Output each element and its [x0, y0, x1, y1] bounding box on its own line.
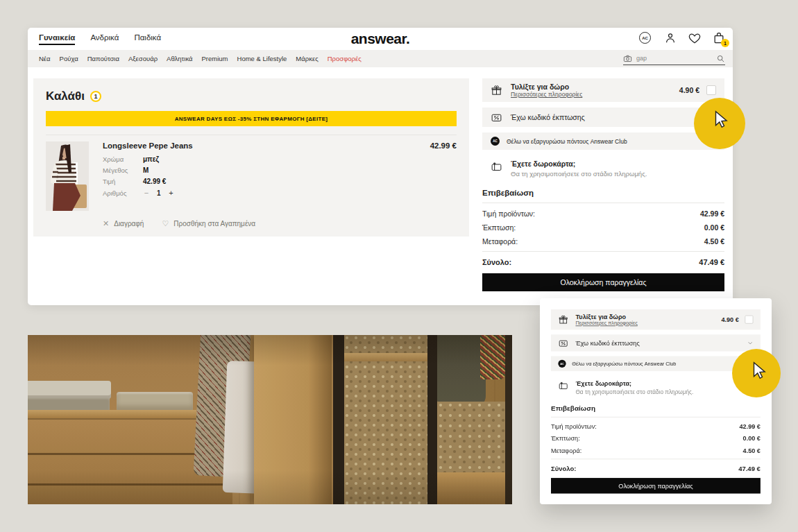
gift-wrap-text: Τυλίξτε για δώρο Περισσότερες πληροφορίε… [575, 313, 637, 326]
qty-minus-button[interactable]: − [143, 189, 150, 197]
answear-logo[interactable]: answear. [351, 31, 410, 47]
cart-count-badge: 1 [721, 39, 729, 47]
cursor-highlight [732, 349, 781, 397]
cat-premium[interactable]: Premium [202, 55, 228, 62]
divider [482, 251, 724, 252]
item-actions: ✕ Διαγραφή ♡ Προσθήκη στα Αγαπημένα [103, 219, 457, 228]
line-item-price: 42.99 € [430, 141, 457, 211]
total-row: Σύνολο: 47.49 € [551, 465, 761, 472]
summary-row-products: Τιμή προϊόντων: 42.99 € [482, 209, 724, 218]
total-label: Σύνολο: [551, 465, 577, 472]
gift-wrap-more-info-link[interactable]: Περισσότερες πληροφορίες [511, 91, 582, 98]
promo-banner[interactable]: ANSWEAR DAYS ΕΩΣ -35% ΣΤΗΝ ΕΦΑΡΜΟΓΗ [ΔΕΙ… [46, 111, 457, 126]
chevron-down-icon[interactable] [747, 340, 754, 346]
summary-row-discount: Έκπτωση: 0.00 € [482, 223, 724, 232]
close-icon: ✕ [103, 219, 109, 228]
total-value: 47.49 € [738, 465, 761, 472]
gift-wrap-row[interactable]: Τυλίξτε για δώρο Περισσότερες πληροφορίε… [551, 309, 761, 329]
spec-value: μπεζ [143, 155, 159, 163]
cart-icon[interactable]: 1 [712, 31, 726, 45]
spec-value: 42.99 € [143, 178, 166, 185]
cat-new[interactable]: Νέα [39, 55, 51, 62]
cat-shoes[interactable]: Παπούτσια [87, 55, 119, 62]
camera-icon[interactable] [623, 54, 632, 63]
discount-code-row[interactable]: Έχω κωδικό έκπτωσης [482, 108, 724, 127]
cart-panel: Καλάθι 1 ANSWEAR DAYS ΕΩΣ -35% ΣΤΗΝ ΕΦΑΡ… [33, 78, 469, 237]
summary-value: 4.50 € [704, 237, 724, 246]
gift-wrap-text: Τυλίξτε για δώρο Περισσότερες πληροφορίε… [511, 83, 582, 98]
summary-value: 4.50 € [743, 447, 761, 454]
cat-clothes[interactable]: Ρούχα [60, 55, 78, 62]
gift-wrap-row[interactable]: Τυλίξτε για δώρο Περισσότερες πληροφορίε… [482, 78, 724, 102]
discount-code-label: Έχω κωδικό έκπτωσης [511, 113, 585, 121]
gift-wrap-checkbox[interactable] [745, 316, 753, 324]
club-points-row[interactable]: AC Θέλω να εξαργυρώσω πόντους Answear Cl… [551, 356, 761, 371]
gift-wrap-price: 4.90 € [679, 86, 699, 94]
wishlist-icon[interactable] [688, 31, 702, 45]
spec-value: M [143, 166, 148, 174]
answear-club-icon: AC [558, 360, 566, 368]
answear-club-icon[interactable]: AC [639, 31, 653, 45]
cart-count: 1 [90, 91, 101, 102]
gift-icon [491, 85, 502, 96]
product-info: Longsleeve Pepe Jeans Χρώμα μπεζ Μέγεθος… [103, 141, 193, 211]
gift-wrap-checkbox[interactable] [706, 85, 716, 95]
cat-sale[interactable]: Προσφορές [328, 55, 362, 62]
browser-window: Γυναικεία Ανδρικά Παιδικά answear. AC 1 … [28, 28, 733, 305]
summary-value: 42.99 € [700, 209, 724, 218]
search-icon[interactable] [716, 54, 725, 63]
club-points-row[interactable]: AC Θέλω να εξαργυρώσω πόντους Answear Cl… [482, 132, 724, 150]
gift-card-subtitle: Θα τη χρησιμοποιήσετε στο στάδιο πληρωμή… [575, 388, 693, 395]
gift-card-row: Έχετε δωροκάρτα; Θα τη χρησιμοποιήσετε σ… [551, 377, 761, 397]
gift-wrap-title: Τυλίξτε για δώρο [575, 313, 637, 320]
cat-sport[interactable]: Αθλητικά [167, 55, 192, 62]
discount-card-icon [558, 338, 568, 348]
spec-price: Τιμή 42.99 € [103, 178, 193, 185]
cat-home-lifestyle[interactable]: Home & Lifestyle [237, 55, 287, 62]
summary-row-shipping: Μεταφορά: 4.50 € [551, 447, 761, 454]
summary-label: Μεταφορά: [551, 447, 581, 454]
total-row: Σύνολο: 47.49 € [482, 258, 724, 266]
search-bar [623, 52, 725, 65]
discount-code-row[interactable]: Έχω κωδικό έκπτωσης [551, 334, 761, 351]
cat-accessories[interactable]: Αξεσουάρ [128, 55, 158, 62]
category-links: Νέα Ρούχα Παπούτσια Αξεσουάρ Αθλητικά Pr… [39, 55, 362, 62]
nav-kids[interactable]: Παιδικά [134, 33, 161, 45]
main-nav: Γυναικεία Ανδρικά Παιδικά [39, 33, 161, 45]
checkout-button[interactable]: Ολοκλήρωση παραγγελίας [482, 273, 724, 291]
summary-row-discount: Έκπτωση: 0.00 € [551, 435, 761, 442]
product-name[interactable]: Longsleeve Pepe Jeans [103, 141, 193, 150]
divider [551, 417, 761, 418]
quantity-stepper: − 1 + [143, 189, 175, 197]
cat-brands[interactable]: Μάρκες [296, 55, 318, 62]
nav-women[interactable]: Γυναικεία [39, 33, 75, 45]
gift-wrap-title: Τυλίξτε για δώρο [511, 83, 582, 91]
account-icon[interactable] [663, 31, 677, 45]
summary-value: 0.00 € [704, 223, 724, 232]
nav-men[interactable]: Ανδρικά [90, 33, 119, 45]
category-nav: Νέα Ρούχα Παπούτσια Αξεσουάρ Αθλητικά Pr… [28, 50, 733, 67]
quantity-label: Αριθμός [103, 189, 143, 197]
lifestyle-photo [28, 335, 512, 504]
product-image[interactable] [46, 141, 89, 211]
answear-club-icon: AC [491, 137, 500, 146]
add-to-favorites-button[interactable]: ♡ Προσθήκη στα Αγαπημένα [162, 219, 255, 228]
gift-wrap-more-info-link[interactable]: Περισσότερες πληροφορίες [575, 320, 637, 327]
mouse-cursor-icon [749, 360, 770, 381]
gift-card-icon [558, 381, 568, 391]
spec-color: Χρώμα μπεζ [103, 155, 193, 163]
cart-title-text: Καλάθι [46, 89, 85, 103]
summary-label: Τιμή προϊόντων: [482, 209, 535, 218]
divider [482, 203, 724, 203]
summary-label: Έκπτωση: [482, 223, 516, 232]
checkout-button[interactable]: Ολοκλήρωση παραγγελίας [551, 478, 761, 493]
site-header: Γυναικεία Ανδρικά Παιδικά answear. AC 1 [28, 28, 733, 50]
gift-card-subtitle: Θα τη χρησιμοποιήσετε στο στάδιο πληρωμή… [511, 170, 647, 178]
remove-item-button[interactable]: ✕ Διαγραφή [103, 219, 144, 228]
cart-title: Καλάθι 1 [46, 89, 457, 103]
photo-vignette [28, 335, 512, 504]
summary-row-shipping: Μεταφορά: 4.50 € [482, 237, 724, 246]
search-input[interactable] [636, 55, 712, 62]
favorite-label: Προσθήκη στα Αγαπημένα [173, 220, 255, 228]
qty-plus-button[interactable]: + [168, 189, 175, 197]
